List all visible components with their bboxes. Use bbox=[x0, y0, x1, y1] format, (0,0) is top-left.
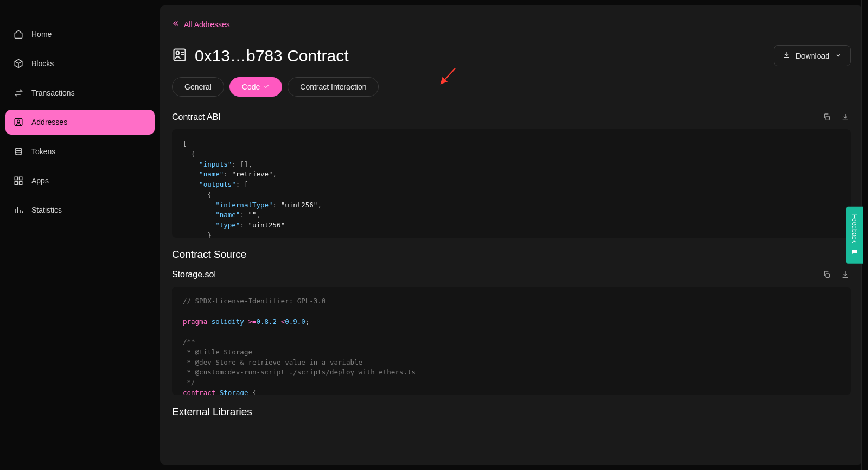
svg-rect-6 bbox=[20, 182, 22, 185]
copy-source-button[interactable] bbox=[821, 269, 832, 280]
feedback-label: Feedback bbox=[851, 214, 858, 243]
swap-icon bbox=[13, 87, 24, 98]
bars-icon bbox=[13, 205, 24, 215]
svg-rect-10 bbox=[826, 274, 829, 277]
sidebar-item-home[interactable]: Home bbox=[5, 22, 155, 47]
sidebar-item-tokens[interactable]: Tokens bbox=[5, 139, 155, 164]
sidebar-item-label: Tokens bbox=[31, 147, 55, 156]
home-icon bbox=[13, 29, 24, 40]
tab-general[interactable]: General bbox=[172, 77, 224, 97]
annotation-arrow bbox=[438, 67, 459, 89]
sidebar-item-label: Blocks bbox=[31, 59, 54, 68]
back-link-label: All Addresses bbox=[184, 20, 230, 29]
coin-icon bbox=[13, 146, 24, 157]
main-content: All Addresses 0x13…b783 Contract Downloa… bbox=[160, 5, 863, 465]
sidebar-item-addresses[interactable]: Addresses bbox=[5, 110, 155, 135]
verified-check-icon bbox=[263, 82, 270, 91]
svg-point-8 bbox=[176, 51, 180, 54]
abi-section-title: Contract ABI bbox=[172, 112, 221, 122]
svg-rect-5 bbox=[15, 182, 17, 185]
download-icon bbox=[783, 51, 790, 60]
address-icon bbox=[13, 117, 24, 128]
svg-point-2 bbox=[15, 148, 22, 151]
sidebar-item-blocks[interactable]: Blocks bbox=[5, 51, 155, 76]
source-code-block[interactable]: // SPDX-License-Identifier: GPL-3.0 prag… bbox=[172, 287, 851, 395]
sidebar-item-transactions[interactable]: Transactions bbox=[5, 80, 155, 105]
grid-icon bbox=[13, 175, 24, 186]
cube-icon bbox=[13, 58, 24, 69]
download-button[interactable]: Download bbox=[774, 45, 851, 66]
external-libraries-heading: External Libraries bbox=[172, 406, 851, 418]
sidebar-item-label: Apps bbox=[31, 176, 49, 185]
download-label: Download bbox=[796, 52, 829, 60]
chat-icon bbox=[851, 248, 858, 256]
back-link-all-addresses[interactable]: All Addresses bbox=[172, 16, 230, 32]
download-abi-button[interactable] bbox=[840, 112, 851, 123]
contract-source-heading: Contract Source bbox=[172, 249, 851, 261]
sidebar: Home Blocks Transactions Addresses Token… bbox=[0, 0, 160, 470]
svg-rect-9 bbox=[826, 116, 829, 120]
sidebar-item-apps[interactable]: Apps bbox=[5, 168, 155, 193]
tab-label: Code bbox=[242, 82, 260, 91]
chevrons-left-icon bbox=[172, 20, 180, 29]
tab-label: General bbox=[184, 82, 212, 91]
svg-rect-4 bbox=[20, 177, 22, 180]
sidebar-item-label: Home bbox=[31, 30, 52, 39]
sidebar-item-label: Addresses bbox=[31, 118, 67, 126]
abi-code-block[interactable]: [ { "inputs": [], "name": "retrieve", "o… bbox=[172, 129, 851, 238]
sidebar-item-label: Statistics bbox=[31, 206, 62, 214]
feedback-tab[interactable]: Feedback bbox=[846, 207, 863, 264]
copy-abi-button[interactable] bbox=[821, 112, 832, 123]
sidebar-item-statistics[interactable]: Statistics bbox=[5, 198, 155, 223]
tab-contract-interaction[interactable]: Contract Interaction bbox=[288, 77, 379, 97]
source-file-name: Storage.sol bbox=[172, 270, 216, 280]
download-source-button[interactable] bbox=[840, 269, 851, 280]
sidebar-item-label: Transactions bbox=[31, 88, 75, 97]
tab-code[interactable]: Code bbox=[229, 77, 282, 97]
tab-label: Contract Interaction bbox=[300, 82, 366, 91]
svg-point-1 bbox=[17, 120, 20, 123]
page-title: 0x13…b783 Contract bbox=[195, 47, 349, 65]
svg-rect-3 bbox=[15, 177, 17, 180]
chevron-down-icon bbox=[835, 52, 841, 60]
contract-icon bbox=[172, 47, 187, 65]
